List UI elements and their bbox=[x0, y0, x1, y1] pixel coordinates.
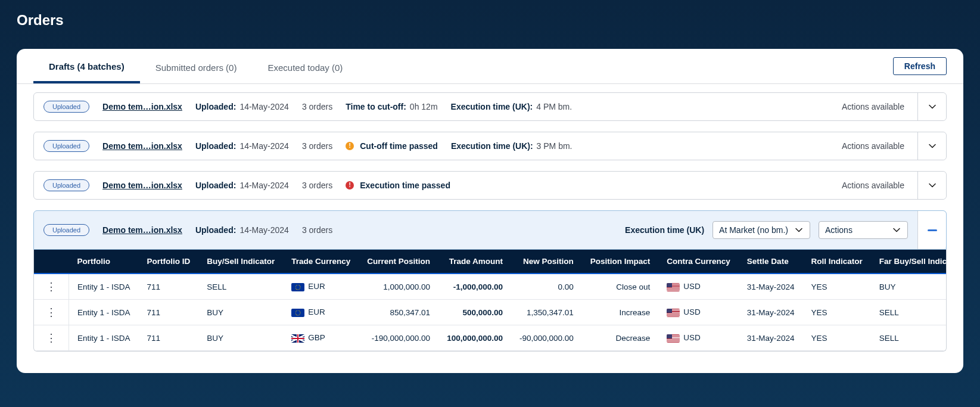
cell-pos-impact: Increase bbox=[582, 300, 659, 325]
cell-pos-impact: Close out bbox=[582, 274, 659, 300]
col-cur-pos: Current Position bbox=[359, 250, 438, 274]
batch-row: Uploaded Demo tem…ion.xlsx Uploaded:14-M… bbox=[33, 132, 947, 160]
cell-portfolio-id: 711 bbox=[139, 274, 199, 300]
row-menu-button[interactable]: ⋮ bbox=[42, 281, 60, 292]
exec-time-value: 3 PM bm. bbox=[537, 141, 573, 151]
flag-icon bbox=[667, 283, 680, 291]
collapse-button[interactable] bbox=[917, 211, 946, 249]
chevron-down-icon bbox=[928, 181, 937, 190]
row-menu-button[interactable]: ⋮ bbox=[42, 307, 60, 318]
cell-trade-ccy: EUR bbox=[283, 300, 359, 325]
cell-cur-pos: 850,347.01 bbox=[359, 300, 438, 325]
cell-trade-amt: -1,000,000.00 bbox=[438, 274, 511, 300]
col-far-bs: Far Buy/Sell Indicator bbox=[871, 250, 946, 274]
orders-panel: Drafts (4 batches) Submitted orders (0) … bbox=[17, 49, 963, 373]
cell-pos-impact: Decrease bbox=[582, 325, 659, 351]
chevron-down-icon bbox=[892, 225, 901, 235]
flag-icon bbox=[291, 283, 304, 291]
batch-filename-link[interactable]: Demo tem…ion.xlsx bbox=[102, 181, 182, 190]
cell-contra-ccy: USD bbox=[658, 300, 739, 325]
cell-roll: YES bbox=[802, 274, 870, 300]
status-badge: Uploaded bbox=[43, 179, 89, 191]
cell-buysell: BUY bbox=[198, 325, 283, 351]
uploaded-date: 14-May-2024 bbox=[239, 102, 289, 111]
actions-select[interactable]: Actions bbox=[819, 221, 908, 239]
table-row: ⋮Entity 1 - ISDA711SELLEUR1,000,000.00-1… bbox=[34, 274, 946, 300]
cell-settle: 31-May-2024 bbox=[739, 325, 803, 351]
status-badge: Uploaded bbox=[43, 224, 89, 236]
cutoff-passed-text: Cut-off time passed bbox=[360, 141, 438, 151]
chevron-down-icon bbox=[928, 102, 937, 111]
cell-cur-pos: -190,000,000.00 bbox=[359, 325, 438, 351]
table-row: ⋮Entity 1 - ISDA711BUYGBP-190,000,000.00… bbox=[34, 325, 946, 351]
cell-buysell: SELL bbox=[198, 274, 283, 300]
cell-portfolio-id: 711 bbox=[139, 300, 199, 325]
col-pos-impact: Position Impact bbox=[582, 250, 659, 274]
exec-time-label: Execution time (UK) bbox=[625, 225, 704, 235]
cell-far-bs: SELL bbox=[871, 300, 946, 325]
cutoff-value: 0h 12m bbox=[410, 102, 438, 111]
exec-time-label: Execution time (UK): bbox=[451, 141, 533, 151]
order-count: 3 orders bbox=[302, 102, 332, 111]
tab-executed[interactable]: Executed today (0) bbox=[252, 51, 358, 82]
actions-available-text: Actions available bbox=[842, 102, 908, 111]
batch-row-expanded: Uploaded Demo tem…ion.xlsx Uploaded:14-M… bbox=[33, 210, 947, 250]
col-settle: Settle Date bbox=[739, 250, 803, 274]
cell-new-pos: -90,000,000.00 bbox=[511, 325, 582, 351]
batch-detail: Portfolio Portfolio ID Buy/Sell Indicato… bbox=[33, 250, 947, 352]
flag-icon bbox=[667, 309, 680, 317]
cell-portfolio: Entity 1 - ISDA bbox=[69, 300, 139, 325]
actions-label: Actions bbox=[825, 225, 853, 235]
uploaded-date: 14-May-2024 bbox=[239, 225, 289, 235]
uploaded-label: Uploaded: bbox=[195, 181, 236, 190]
batch-filename-link[interactable]: Demo tem…ion.xlsx bbox=[102, 141, 182, 151]
uploaded-label: Uploaded: bbox=[195, 225, 236, 235]
cell-trade-ccy: GBP bbox=[283, 325, 359, 351]
batches-list: Uploaded Demo tem…ion.xlsx Uploaded:14-M… bbox=[17, 84, 963, 373]
cell-settle: 31-May-2024 bbox=[739, 274, 803, 300]
table-scroll[interactable]: Portfolio Portfolio ID Buy/Sell Indicato… bbox=[34, 250, 946, 351]
tab-drafts[interactable]: Drafts (4 batches) bbox=[33, 49, 140, 83]
uploaded-date: 14-May-2024 bbox=[239, 181, 289, 190]
cutoff-label: Time to cut-off: bbox=[346, 102, 406, 111]
col-roll: Roll Indicator bbox=[802, 250, 870, 274]
refresh-button[interactable]: Refresh bbox=[893, 57, 947, 75]
minus-icon bbox=[928, 229, 937, 231]
cell-buysell: BUY bbox=[198, 300, 283, 325]
col-buysell: Buy/Sell Indicator bbox=[198, 250, 283, 274]
tab-submitted[interactable]: Submitted orders (0) bbox=[140, 51, 253, 82]
uploaded-date: 14-May-2024 bbox=[239, 141, 289, 151]
col-trade-amt: Trade Amount bbox=[438, 250, 511, 274]
exec-time-value: 4 PM bm. bbox=[536, 102, 572, 111]
order-count: 3 orders bbox=[302, 141, 332, 151]
warning-icon: ! bbox=[346, 142, 354, 150]
batch-filename-link[interactable]: Demo tem…ion.xlsx bbox=[102, 102, 182, 111]
batch-filename-link[interactable]: Demo tem…ion.xlsx bbox=[102, 225, 182, 235]
row-menu-button[interactable]: ⋮ bbox=[42, 333, 60, 343]
col-portfolio-id: Portfolio ID bbox=[139, 250, 199, 274]
table-row: ⋮Entity 1 - ISDA711BUYEUR850,347.01500,0… bbox=[34, 300, 946, 325]
flag-icon bbox=[291, 309, 304, 317]
flag-icon bbox=[291, 334, 304, 343]
status-badge: Uploaded bbox=[43, 140, 89, 152]
order-count: 3 orders bbox=[302, 181, 332, 190]
uploaded-label: Uploaded: bbox=[195, 141, 236, 151]
error-icon: ! bbox=[346, 181, 354, 189]
page-title: Orders bbox=[0, 0, 980, 41]
col-portfolio: Portfolio bbox=[69, 250, 139, 274]
actions-available-text: Actions available bbox=[842, 181, 908, 190]
batch-row: Uploaded Demo tem…ion.xlsx Uploaded:14-M… bbox=[33, 171, 947, 200]
exec-time-select[interactable]: At Market (no bm.) bbox=[713, 221, 810, 239]
cell-far-bs: BUY bbox=[871, 274, 946, 300]
cell-trade-amt: 100,000,000.00 bbox=[438, 325, 511, 351]
cell-far-bs: SELL bbox=[871, 325, 946, 351]
expand-button[interactable] bbox=[917, 93, 946, 120]
col-contra-ccy: Contra Currency bbox=[658, 250, 739, 274]
chevron-down-icon bbox=[794, 225, 804, 235]
status-badge: Uploaded bbox=[43, 101, 89, 113]
expand-button[interactable] bbox=[917, 132, 946, 160]
cell-portfolio: Entity 1 - ISDA bbox=[69, 274, 139, 300]
expand-button[interactable] bbox=[917, 172, 946, 199]
flag-icon bbox=[667, 334, 680, 343]
cell-portfolio-id: 711 bbox=[139, 325, 199, 351]
